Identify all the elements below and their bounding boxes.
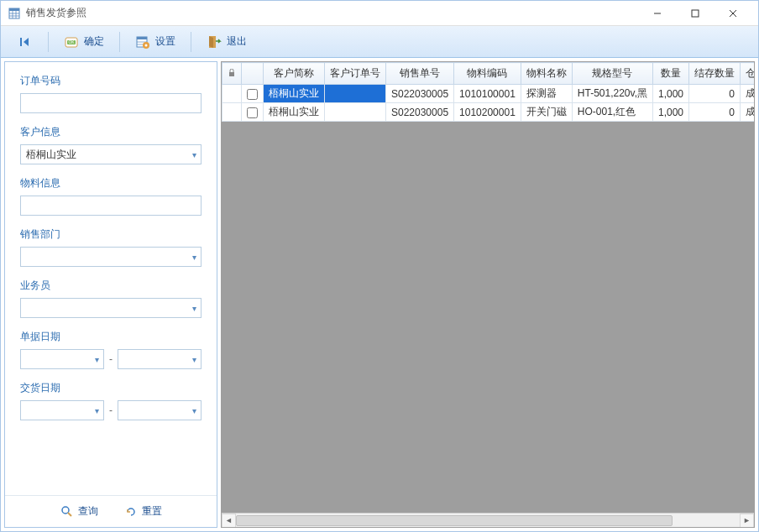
checkbox-column	[242, 63, 264, 85]
doc-date-from[interactable]	[20, 349, 104, 369]
row-checkbox[interactable]	[247, 89, 258, 100]
svg-line-22	[68, 513, 71, 516]
col-spec[interactable]: 规格型号	[572, 63, 652, 85]
close-button[interactable]	[714, 2, 751, 25]
svg-text:OK: OK	[68, 39, 75, 44]
doc-date-to[interactable]	[118, 349, 202, 369]
col-sales-no[interactable]: 销售单号	[386, 63, 454, 85]
lock-column	[222, 63, 242, 85]
scroll-left-button[interactable]: ◄	[222, 514, 236, 528]
table-row[interactable]: 梧桐山实业S0220300051010100001探测器HT-501,220v,…	[222, 85, 756, 103]
cell-warehouse[interactable]: 成品仓	[741, 103, 755, 122]
row-checkbox[interactable]	[247, 107, 258, 118]
separator	[48, 32, 49, 52]
app-icon	[8, 7, 21, 20]
ok-label: 确定	[84, 34, 104, 49]
svg-rect-1	[9, 8, 19, 11]
material-input[interactable]	[20, 196, 202, 216]
window: 销售发货参照 OK 确定 设置 退出 订单号码	[0, 0, 759, 532]
cell-customer[interactable]: 梧桐山实业	[264, 85, 325, 103]
row-checkbox-cell[interactable]	[242, 85, 264, 103]
ok-icon: OK	[64, 34, 79, 50]
cell-sales-no[interactable]: S022030005	[386, 103, 454, 122]
svg-point-21	[62, 507, 69, 514]
col-balance[interactable]: 结存数量	[689, 63, 741, 85]
cell-material-code[interactable]: 1010100001	[454, 85, 521, 103]
exit-icon	[207, 34, 222, 50]
first-page-icon	[18, 34, 33, 50]
scroll-track[interactable]	[236, 514, 740, 528]
col-cust-order[interactable]: 客户订单号	[325, 63, 386, 85]
horizontal-scrollbar[interactable]: ◄ ►	[222, 513, 754, 527]
cell-cust-order[interactable]	[325, 85, 386, 103]
cell-material-name[interactable]: 探测器	[521, 85, 572, 103]
row-indicator	[222, 85, 242, 103]
settings-button[interactable]: 设置	[127, 31, 184, 53]
order-no-input[interactable]	[20, 93, 202, 113]
scroll-thumb[interactable]	[236, 515, 673, 526]
content: 订单号码 客户信息 物料信息 销售部门 业务员	[1, 58, 758, 531]
reset-icon	[123, 504, 139, 519]
cell-cust-order[interactable]	[325, 103, 386, 122]
cell-spec[interactable]: HT-501,220v,黑	[572, 85, 652, 103]
cell-balance[interactable]: 0	[689, 103, 741, 122]
cell-material-code[interactable]: 1010200001	[454, 103, 521, 122]
exit-label: 退出	[227, 34, 247, 49]
svg-rect-10	[20, 38, 22, 46]
svg-rect-7	[692, 10, 699, 17]
cell-warehouse[interactable]: 成品仓	[741, 85, 755, 103]
separator	[191, 32, 191, 52]
svg-rect-23	[229, 72, 234, 76]
search-icon	[60, 504, 75, 519]
filter-footer: 查询 重置	[5, 495, 217, 527]
settings-icon	[135, 34, 150, 50]
minimize-button[interactable]	[638, 2, 676, 25]
data-grid[interactable]: 客户简称 客户订单号 销售单号 物料编码 物料名称 规格型号 数量 结存数量 仓…	[222, 62, 755, 122]
order-no-label: 订单号码	[20, 74, 202, 88]
exit-button[interactable]: 退出	[198, 31, 255, 53]
delivery-date-to[interactable]	[118, 400, 202, 420]
customer-label: 客户信息	[20, 125, 202, 139]
cell-sales-no[interactable]: S022030005	[386, 85, 454, 103]
row-indicator	[222, 103, 242, 122]
delivery-date-label: 交货日期	[20, 381, 202, 395]
cell-qty[interactable]: 1,000	[652, 103, 688, 122]
material-label: 物料信息	[20, 176, 202, 190]
col-qty[interactable]: 数量	[652, 63, 688, 85]
svg-rect-15	[137, 37, 147, 39]
window-controls	[638, 2, 751, 25]
query-button[interactable]: 查询	[60, 504, 98, 519]
svg-point-19	[145, 44, 148, 46]
reset-button[interactable]: 重置	[123, 504, 162, 519]
salesman-select[interactable]	[20, 298, 202, 318]
date-separator: -	[109, 353, 113, 365]
ok-button[interactable]: OK 确定	[55, 31, 113, 53]
col-material-name[interactable]: 物料名称	[521, 63, 572, 85]
maximize-button[interactable]	[676, 2, 714, 25]
cell-spec[interactable]: HO-001,红色	[572, 103, 652, 122]
cell-material-name[interactable]: 开关门磁	[521, 103, 572, 122]
table-row[interactable]: 梧桐山实业S0220300051010200001开关门磁HO-001,红色1,…	[222, 103, 756, 122]
grid-container: 客户简称 客户订单号 销售单号 物料编码 物料名称 规格型号 数量 结存数量 仓…	[221, 61, 755, 528]
col-customer[interactable]: 客户简称	[264, 63, 325, 85]
cell-customer[interactable]: 梧桐山实业	[264, 103, 325, 122]
customer-select[interactable]	[20, 144, 202, 164]
date-separator: -	[109, 404, 113, 416]
scroll-right-button[interactable]: ►	[740, 514, 754, 528]
sales-dept-label: 销售部门	[20, 227, 202, 242]
reset-label: 重置	[142, 504, 162, 519]
cell-balance[interactable]: 0	[689, 85, 741, 103]
doc-date-label: 单据日期	[20, 330, 202, 344]
col-warehouse[interactable]: 仓库名称	[741, 63, 755, 85]
grid-empty-area	[222, 122, 754, 513]
titlebar: 销售发货参照	[1, 1, 758, 26]
separator	[119, 32, 120, 52]
delivery-date-from[interactable]	[20, 400, 104, 420]
toolbar: OK 确定 设置 退出	[1, 26, 758, 58]
cell-qty[interactable]: 1,000	[652, 85, 688, 103]
window-title: 销售发货参照	[26, 6, 638, 20]
row-checkbox-cell[interactable]	[242, 103, 264, 122]
col-material-code[interactable]: 物料编码	[454, 63, 521, 85]
sales-dept-select[interactable]	[20, 247, 202, 267]
first-page-button[interactable]	[9, 31, 41, 53]
